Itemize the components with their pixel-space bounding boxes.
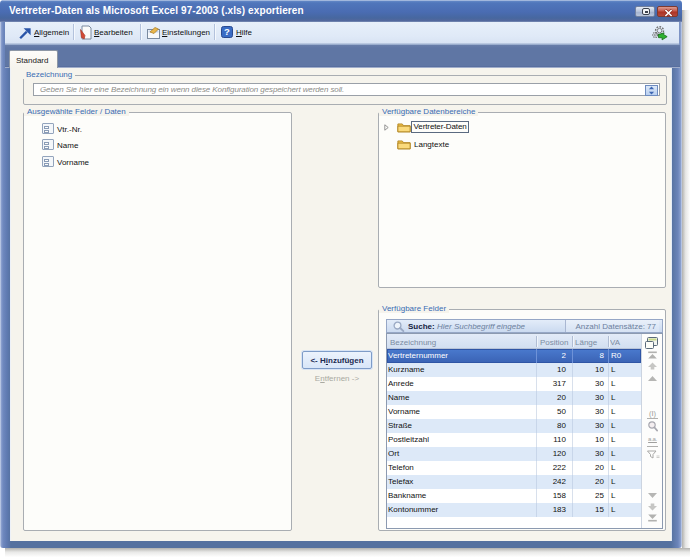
svg-text:?: ? [224, 26, 230, 37]
